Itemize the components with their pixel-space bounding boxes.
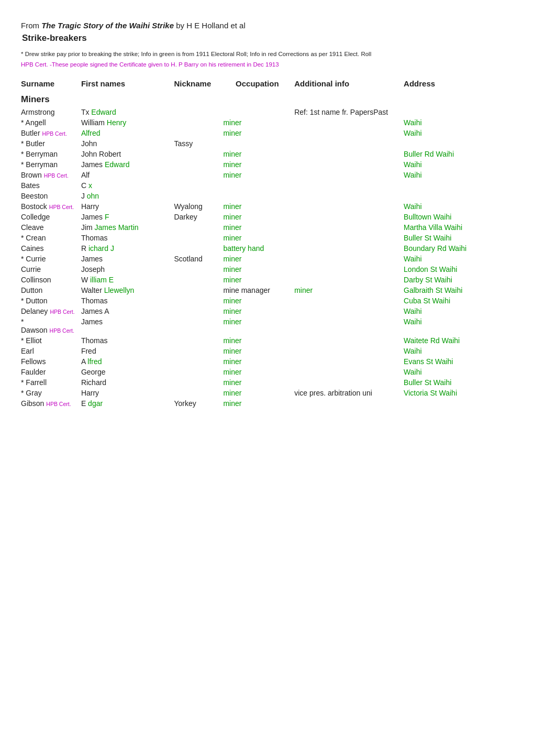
hpb-note: HPB Cert. -These people signed the Certi… (21, 61, 513, 68)
cell-addr: Buller St Waihi (404, 233, 513, 243)
cell-occ: miner (223, 222, 294, 233)
cell-addr: Martha Villa Waihi (404, 222, 513, 233)
cell-addl (294, 346, 404, 356)
star-marker: * (21, 118, 26, 127)
cell-nick (174, 159, 223, 170)
cell-addr: Waihi (404, 306, 513, 316)
cell-occ (223, 138, 294, 149)
cell-addr: Boundary Rd Waihi (404, 243, 513, 254)
cell-addl (294, 264, 404, 275)
cell-first: W illiam E (81, 275, 174, 285)
col-header-occ: Occupation (223, 77, 294, 91)
star-marker: * (21, 317, 24, 326)
hpb-badge: HPB Cert. (46, 401, 71, 407)
cell-nick (174, 316, 223, 335)
cell-first: William Henry (81, 117, 174, 128)
table-row: * CurrieJamesScotlandminerWaihi (21, 254, 513, 264)
cell-surname: Earl (21, 346, 81, 356)
cell-nick (174, 285, 223, 295)
cell-occ: miner (223, 254, 294, 264)
cell-surname: BrownHPB Cert. (21, 170, 81, 180)
cell-addr: Bulltown Waihi (404, 212, 513, 222)
first-black: James (81, 213, 103, 221)
surname-text: Brown (21, 171, 42, 179)
table-row: ButlerHPB Cert. AlfredminerWaihi (21, 128, 513, 138)
cell-occ (223, 191, 294, 201)
cell-surname: * Dutton (21, 295, 81, 306)
cell-first: John Robert (81, 149, 174, 159)
cell-addl (294, 316, 404, 335)
cell-nick: Darkey (174, 212, 223, 222)
cell-occ: miner (223, 233, 294, 243)
first-green: Henry (105, 118, 126, 127)
surname-text: Butler (26, 139, 45, 148)
surname-text: Elliot (26, 336, 41, 345)
hpb-badge: HPB Cert. (44, 172, 69, 179)
star-marker: * (21, 389, 26, 397)
surname-text: Crean (26, 234, 46, 242)
cell-first: Walter Llewellyn (81, 285, 174, 295)
surname-text: Dutton (21, 286, 42, 294)
table-row: CurrieJosephminerLondon St Waihi (21, 264, 513, 275)
cell-nick (174, 222, 223, 233)
cell-first: Alfred (81, 128, 174, 138)
surname-text: Berryman (26, 150, 58, 158)
cell-surname: Armstrong (21, 107, 81, 117)
cell-occ: miner (223, 159, 294, 170)
cell-addr: London St Waihi (404, 264, 513, 275)
cell-surname: Beeston (21, 191, 81, 201)
first-black: C (81, 181, 86, 190)
table-row: BatesC x (21, 180, 513, 191)
cell-surname: Currie (21, 264, 81, 275)
surname-text: Dutton (26, 297, 47, 305)
table-row: DelaneyHPB Cert.James AminerWaihi (21, 306, 513, 316)
cell-nick (174, 117, 223, 128)
first-black: Thomas (81, 336, 108, 345)
cell-nick (174, 356, 223, 367)
table-row: FellowsA lfredminerEvans St Waihi (21, 356, 513, 367)
first-black: Harry (81, 389, 99, 397)
cell-addl (294, 233, 404, 243)
table-row: * BerrymanJohn RobertminerBuller Rd Waih… (21, 149, 513, 159)
surname-text: Collinson (21, 276, 51, 284)
cell-occ: miner (223, 388, 294, 398)
cell-first: George (81, 367, 174, 377)
cell-nick (174, 295, 223, 306)
cell-addr: Evans St Waihi (404, 356, 513, 367)
cell-addr: Waihi (404, 170, 513, 180)
cell-addl (294, 306, 404, 316)
table-row: EarlFredminerWaihi (21, 346, 513, 356)
cell-addl (294, 201, 404, 212)
cell-surname: Bates (21, 180, 81, 191)
cell-surname: * Farrell (21, 377, 81, 388)
col-header-first: First names (81, 77, 174, 91)
cell-addl (294, 356, 404, 367)
cell-first: Harry (81, 388, 174, 398)
cell-occ: miner (223, 356, 294, 367)
cell-addl: Ref: 1st name fr. PapersPast (294, 107, 404, 117)
cell-nick (174, 233, 223, 243)
cell-addr: Waihi (404, 316, 513, 335)
cell-addl (294, 222, 404, 233)
first-black: John (81, 139, 97, 148)
first-green: Alfred (81, 129, 101, 137)
col-header-surname: Surname (21, 77, 81, 91)
title-prefix: From (21, 21, 41, 30)
cell-occ (223, 107, 294, 117)
cell-nick (174, 107, 223, 117)
main-table: Surname First names Nickname Occupation … (21, 77, 513, 409)
star-marker: * (21, 234, 26, 242)
cell-nick (174, 346, 223, 356)
cell-first: James F (81, 212, 174, 222)
cell-surname: Collinson (21, 275, 81, 285)
table-row: ColledgeJames FDarkeyminerBulltown Waihi (21, 212, 513, 222)
title-suffix: by H E Holland et al (174, 21, 246, 30)
surname-text: Angell (26, 118, 46, 127)
cell-addl (294, 367, 404, 377)
surname-text: Currie (21, 265, 41, 273)
first-black: George (81, 368, 106, 376)
star-marker: * (21, 139, 26, 148)
cell-first: A lfred (81, 356, 174, 367)
table-row: ArmstrongTx EdwardRef: 1st name fr. Pape… (21, 107, 513, 117)
cell-nick (174, 128, 223, 138)
